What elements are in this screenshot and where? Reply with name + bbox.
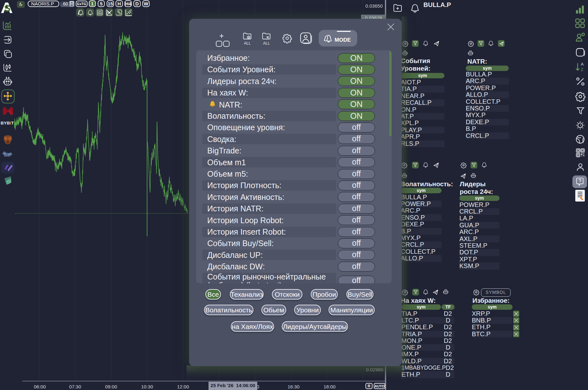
svg-text:Z: Z bbox=[581, 67, 583, 72]
svg-text:A: A bbox=[581, 62, 584, 67]
